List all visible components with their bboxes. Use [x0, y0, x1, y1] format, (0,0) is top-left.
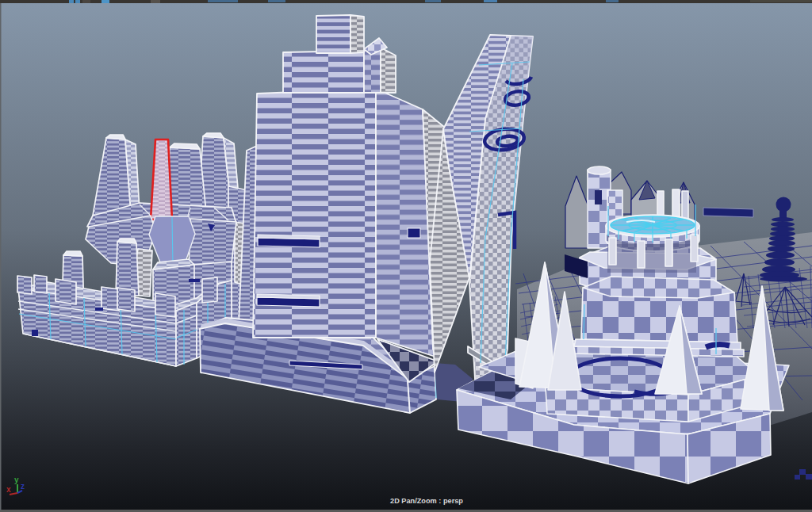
svg-text:y: y	[14, 476, 19, 484]
svg-text:x: x	[6, 485, 11, 494]
svg-text:z: z	[21, 482, 25, 491]
svg-text:2D Pan/Zoom : persp: 2D Pan/Zoom : persp	[390, 497, 463, 505]
